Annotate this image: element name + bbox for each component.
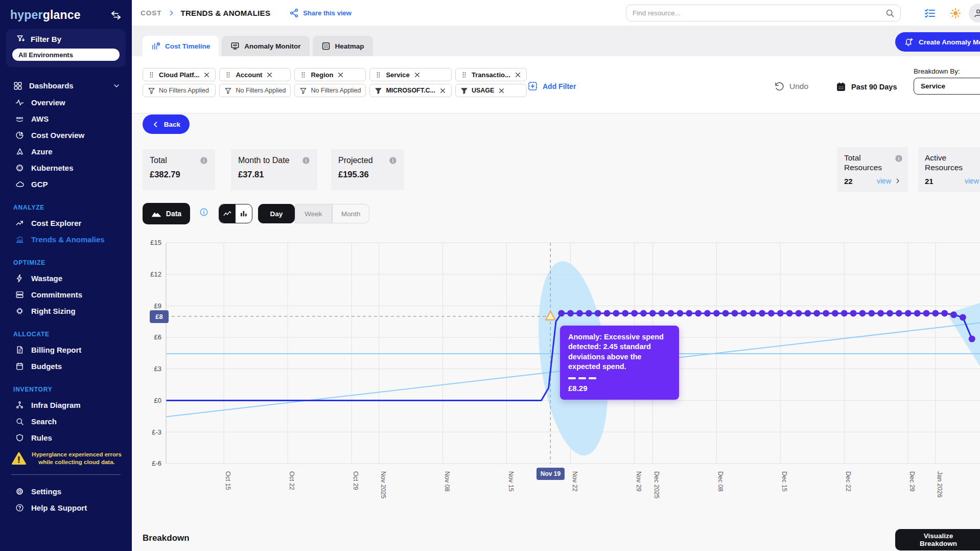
sidebar-item-commitments[interactable]: Commitments (0, 286, 132, 303)
chevron-down-icon[interactable] (112, 82, 121, 90)
anomaly-dot (823, 310, 829, 316)
environment-selector[interactable]: All Environments (12, 49, 120, 61)
sidebar-item-right-sizing[interactable]: Right Sizing (0, 303, 132, 319)
share-view-button[interactable]: Share this view (289, 8, 352, 18)
sidebar-item-wastage[interactable]: Wastage (0, 270, 132, 286)
x-tick-label: Nov 22 (571, 471, 578, 492)
sidebar-item-label: Dashboards (29, 81, 74, 90)
date-range-button[interactable]: Past 90 Days (836, 82, 897, 92)
stat-card-month-to-date: Month to Date£37.81 (231, 149, 317, 190)
back-button[interactable]: Back (143, 114, 190, 134)
filter-value-region[interactable]: No Filters Applied (294, 84, 366, 97)
drag-handle-icon[interactable] (375, 71, 382, 79)
close-icon[interactable] (266, 71, 273, 79)
drag-handle-icon[interactable] (224, 71, 232, 79)
sidebar-item-cost-explorer[interactable]: Cost Explorer (0, 215, 132, 231)
breadcrumb-cost[interactable]: COST (141, 9, 162, 17)
sidebar-item-budgets[interactable]: Budgets (0, 358, 132, 374)
info-icon[interactable] (389, 156, 397, 165)
stat-value: 21 (925, 177, 934, 186)
info-icon[interactable] (302, 156, 310, 165)
filter-chip-cloud-platf[interactable]: Cloud Platf... (143, 68, 216, 81)
filter-value-service[interactable]: MICROSOFT.C... (369, 84, 452, 97)
undo-label: Undo (789, 82, 808, 91)
sidebar-item-label: Search (31, 417, 57, 426)
view-link[interactable]: view (965, 177, 979, 185)
drag-handle-icon[interactable] (460, 71, 468, 79)
chart-plot[interactable]: £15£12£9£6£3£0£-3£-6Oct 15Oct 22Oct 29No… (0, 235, 980, 521)
sidebar-item-label: Overview (31, 98, 65, 107)
tab-cost-timeline[interactable]: Cost Timeline (143, 36, 219, 56)
breakdown-by-select[interactable]: Service (914, 78, 980, 95)
breakdown-by-label: Breakdown By: (914, 67, 960, 75)
sidebar-item-rules[interactable]: Rules (0, 429, 132, 446)
filter-chip-label: Transactio... (472, 71, 510, 79)
period-week-button[interactable]: Week (295, 204, 332, 223)
filter-value-label: No Filters Applied (311, 87, 361, 94)
bar-chart-toggle[interactable] (236, 204, 252, 223)
search-icon[interactable] (885, 8, 895, 18)
bolt-icon (15, 274, 24, 283)
filter-value-cloud-platf[interactable]: No Filters Applied (143, 84, 216, 97)
filter-chip-region[interactable]: Region (294, 68, 366, 81)
close-icon[interactable] (337, 71, 344, 79)
sidebar-item-overview[interactable]: Overview (0, 94, 132, 110)
anomaly-dot (905, 310, 912, 316)
drag-handle-icon[interactable] (299, 71, 307, 79)
filter-value-account[interactable]: No Filters Applied (219, 84, 291, 97)
line-chart-toggle[interactable] (219, 204, 236, 223)
view-link[interactable]: view (877, 177, 891, 185)
data-mode-button[interactable]: Data (143, 203, 190, 224)
filter-value-transactio[interactable]: USAGE (455, 84, 527, 97)
sidebar-item-dashboards[interactable]: Dashboards (0, 77, 132, 94)
tasks-checklist-icon[interactable] (924, 7, 936, 19)
chevron-right-icon[interactable] (894, 177, 901, 185)
filter-chip-transactio[interactable]: Transactio... (455, 68, 527, 81)
sidebar-item-settings[interactable]: Settings (0, 483, 132, 499)
sidebar-item-label: Commitments (31, 290, 82, 299)
sidebar-section-title-allocate: ALLOCATE (0, 331, 132, 338)
sidebar-item-label: Billing Report (31, 346, 81, 354)
close-icon[interactable] (439, 87, 447, 95)
tab-heatmap[interactable]: Heatmap (313, 36, 373, 56)
theme-sun-icon[interactable] (949, 7, 962, 19)
sidebar-item-azure[interactable]: Azure (0, 143, 132, 159)
sidebar-item-gcp[interactable]: GCP (0, 176, 132, 192)
filter-chip-service[interactable]: Service (369, 68, 452, 81)
sidebar-item-kubernetes[interactable]: Kubernetes (0, 159, 132, 176)
anomaly-dot (914, 310, 921, 316)
chart-info-icon[interactable] (199, 208, 208, 217)
close-icon[interactable] (203, 71, 211, 79)
close-icon[interactable] (514, 71, 522, 79)
user-avatar[interactable] (969, 4, 980, 22)
sidebar-collapse-icon[interactable] (110, 10, 122, 21)
search-input[interactable] (626, 9, 885, 17)
filter-by-row: Filter By (12, 34, 120, 43)
anomaly-dot (676, 310, 683, 316)
sidebar-item-trends-anomalies[interactable]: Trends & Anomalies (0, 231, 132, 247)
period-month-button[interactable]: Month (332, 204, 369, 223)
sidebar-item-aws[interactable]: awsAWS (0, 110, 132, 127)
undo-button[interactable]: Undo (774, 81, 808, 92)
tab-anomaly-monitor[interactable]: Anomaly Monitor (222, 36, 309, 56)
sidebar-item-billing-report[interactable]: Billing Report (0, 341, 132, 358)
visualize-breakdown-button[interactable]: Visualize Breakdown (895, 529, 980, 550)
close-icon[interactable] (413, 71, 421, 79)
sidebar-item-help-support[interactable]: Help & Support (0, 499, 132, 516)
filter-chip-account[interactable]: Account (219, 68, 291, 81)
close-icon[interactable] (498, 87, 505, 95)
filter-service: ServiceMICROSOFT.C... (369, 68, 452, 97)
anomaly-dot (813, 310, 820, 316)
anomaly-dot (832, 310, 838, 316)
sidebar-item-search[interactable]: Search (0, 413, 132, 429)
period-day-button[interactable]: Day (258, 204, 295, 223)
add-filter-button[interactable]: Add Filter (527, 81, 576, 91)
info-icon[interactable] (200, 156, 208, 165)
sidebar-section-title-analyze: ANALYZE (0, 204, 132, 211)
create-anomaly-monitor-button[interactable]: Create Anomaly Monitor (895, 32, 980, 52)
sidebar-item-cost-overview[interactable]: Cost Overview (0, 127, 132, 143)
drag-handle-icon[interactable] (148, 71, 155, 79)
azure-icon (15, 147, 24, 156)
sidebar-item-infra-diagram[interactable]: Infra Diagram (0, 397, 132, 413)
info-icon[interactable] (895, 154, 903, 163)
